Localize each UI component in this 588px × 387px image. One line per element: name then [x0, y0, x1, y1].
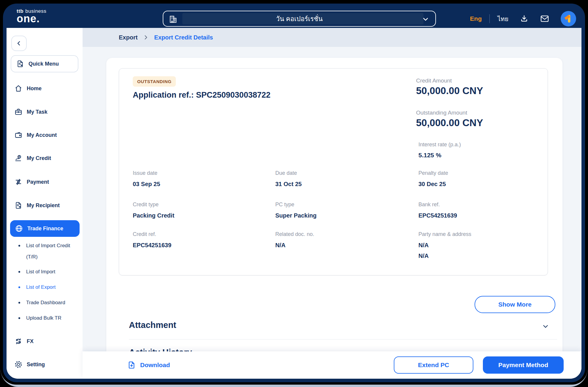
globe-icon — [15, 224, 23, 233]
party-name-label: Party name & address — [418, 231, 471, 237]
credit-ref-label: Credit ref. — [133, 231, 156, 237]
due-date-label: Due date — [275, 170, 297, 176]
status-badge: OUTSTANDING — [133, 76, 176, 87]
sidebar-item-my-recipient[interactable]: My Recipient — [7, 199, 83, 212]
sidebar-item-label: My Account — [27, 132, 57, 138]
wallet-icon — [14, 131, 23, 139]
sidebar: Quick Menu Home My Task My Account B My … — [7, 28, 83, 379]
penalty-date-label: Penalty date — [418, 170, 448, 176]
sidebar-item-label: Home — [27, 85, 42, 92]
main-content: Export Export Credit Details OUTSTANDING… — [83, 28, 581, 379]
sidebar-subitem-trade-dashboard[interactable]: Trade Dashboard — [7, 300, 83, 306]
credit-details-card: OUTSTANDING Application ref.: SPC2509030… — [106, 58, 562, 364]
sidebar-item-trade-finance[interactable]: Trade Finance — [10, 220, 80, 237]
svg-text:B: B — [19, 341, 20, 343]
sidebar-item-home[interactable]: Home — [7, 82, 83, 95]
sidebar-item-payment[interactable]: B Payment — [7, 175, 83, 188]
sidebar-item-label: Payment — [27, 179, 49, 185]
bullet-dot — [18, 245, 20, 247]
related-doc-label: Related doc. no. — [275, 231, 314, 237]
subitem-label: List of Import — [26, 269, 55, 275]
attachment-section-title: Attachment — [129, 320, 176, 330]
outstanding-amount-label: Outstanding Amount — [416, 110, 467, 116]
language-eng[interactable]: Eng — [470, 15, 482, 22]
sidebar-subitem-list-of-import-credit-line2[interactable]: (T/R) — [26, 254, 38, 260]
breadcrumb-parent[interactable]: Export — [119, 34, 137, 41]
pc-type-value: Super Packing — [275, 212, 317, 219]
sidebar-collapse-button[interactable] — [11, 36, 27, 51]
sidebar-item-fx[interactable]: B FX — [7, 335, 83, 348]
brand-logo: ttbbusiness one. — [17, 8, 46, 23]
issue-date-value: 03 Sep 25 — [133, 181, 160, 188]
sidebar-item-label: My Task — [27, 109, 48, 115]
header-actions: Eng ไทย — [470, 11, 576, 27]
document-download-icon — [127, 361, 136, 369]
language-divider — [489, 14, 490, 23]
credit-coin-icon: B — [14, 154, 23, 162]
credit-type-value: Packing Credit — [133, 212, 174, 219]
pc-type-label: PC type — [275, 202, 294, 208]
language-thai[interactable]: ไทย — [497, 14, 508, 24]
chevron-down-icon — [422, 15, 429, 23]
download-icon[interactable] — [520, 14, 529, 23]
profile-avatar[interactable] — [561, 11, 576, 26]
app-window: ttbbusiness one. วัน คอเปอร์เรชั่น Eng ไ… — [3, 4, 585, 382]
show-more-button[interactable]: Show More — [475, 296, 555, 313]
breadcrumb-current: Export Credit Details — [154, 34, 213, 41]
extend-pc-button[interactable]: Extend PC — [394, 356, 473, 374]
section-divider — [129, 339, 557, 340]
bullet-dot — [18, 286, 20, 288]
attachment-chevron-icon[interactable] — [542, 323, 549, 330]
svg-text:B: B — [18, 155, 20, 158]
download-button[interactable]: Download — [127, 351, 170, 379]
sidebar-subitem-list-of-export[interactable]: List of Export — [7, 284, 83, 290]
logo-one: one. — [17, 14, 46, 23]
document-heart-icon — [14, 201, 23, 210]
credit-ref-value: EPC54251639 — [133, 242, 171, 249]
bullet-dot — [18, 271, 20, 273]
payment-transfer-icon: B — [14, 178, 23, 186]
mail-icon[interactable] — [540, 14, 549, 23]
company-selector[interactable]: วัน คอเปอร์เรชั่น — [163, 11, 436, 27]
home-icon — [14, 84, 23, 93]
credit-amount-label: Credit Amount — [416, 77, 452, 84]
sidebar-item-my-credit[interactable]: B My Credit — [7, 152, 83, 165]
quick-menu-label: Quick Menu — [29, 61, 59, 67]
subitem-label: Trade Dashboard — [26, 300, 65, 306]
interest-rate-value: 5.125 % — [418, 152, 441, 159]
sidebar-item-my-account[interactable]: My Account — [7, 129, 83, 142]
party-address-value: N/A — [418, 253, 429, 259]
chevron-right-icon — [143, 34, 149, 40]
sidebar-item-label: My Credit — [27, 155, 51, 161]
bullet-dot — [18, 317, 20, 319]
subitem-label: Upload Bulk TR — [26, 315, 61, 321]
fx-exchange-icon: B — [14, 337, 23, 345]
interest-rate-label: Interest rate (p.a.) — [418, 142, 461, 148]
briefcase-icon — [14, 108, 23, 116]
related-doc-value: N/A — [275, 242, 285, 249]
party-name-value: N/A — [418, 242, 429, 249]
sidebar-item-quick-menu[interactable]: Quick Menu — [11, 55, 78, 72]
credit-amount-value: 50,000.00 CNY — [416, 85, 483, 96]
gear-icon — [14, 360, 23, 369]
svg-text:B: B — [18, 181, 19, 183]
sidebar-item-label: Trade Finance — [27, 226, 63, 232]
breadcrumb: Export Export Credit Details — [83, 28, 581, 47]
sidebar-item-my-task[interactable]: My Task — [7, 105, 83, 118]
sidebar-subitem-list-of-import-credit[interactable]: List of Import Credit — [7, 243, 83, 249]
outstanding-amount-value: 50,000.00 CNY — [416, 117, 483, 129]
sidebar-subitem-upload-bulk-tr[interactable]: Upload Bulk TR — [7, 315, 83, 321]
document-heart-icon — [16, 60, 24, 68]
bottom-action-bar: Download Extend PC Payment Method — [83, 351, 581, 379]
bank-ref-label: Bank ref. — [418, 202, 440, 208]
due-date-value: 31 Oct 25 — [275, 181, 302, 188]
subitem-label: List of Import Credit — [26, 243, 70, 249]
subitem-label: List of Export — [26, 284, 56, 290]
penalty-date-value: 30 Dec 25 — [418, 181, 446, 188]
sidebar-item-label: My Recipient — [27, 202, 60, 209]
app-body: Quick Menu Home My Task My Account B My … — [7, 28, 581, 379]
sidebar-subitem-list-of-import[interactable]: List of Import — [7, 269, 83, 275]
payment-method-button[interactable]: Payment Method — [483, 356, 564, 374]
bank-ref-value: EPC54251639 — [418, 212, 457, 219]
sidebar-item-setting[interactable]: Setting — [7, 358, 83, 371]
